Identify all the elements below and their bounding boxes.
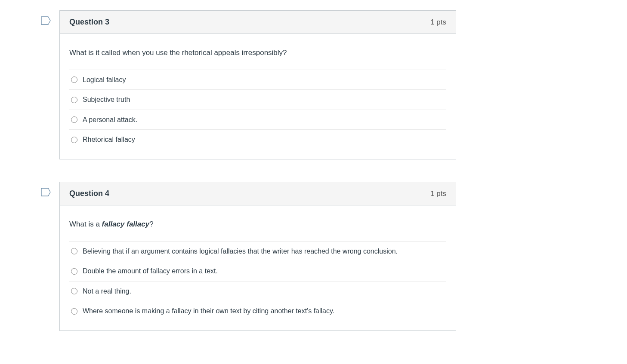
options-list: Logical fallacy Subjective truth A perso… [69, 70, 446, 150]
option-label: Not a real thing. [83, 287, 446, 296]
question-title: Question 3 [69, 18, 109, 27]
option-label: Rhetorical fallacy [83, 135, 446, 144]
question-card: Question 4 1 pts What is a fallacy falla… [59, 182, 456, 331]
option-row[interactable]: A personal attack. [69, 110, 446, 130]
flag-icon[interactable] [41, 16, 59, 25]
question-prompt: What is a fallacy fallacy? [69, 205, 446, 241]
option-label: A personal attack. [83, 115, 446, 125]
option-row[interactable]: Logical fallacy [69, 70, 446, 90]
quiz-wrapper: Question 3 1 pts What is it called when … [0, 0, 627, 331]
prompt-text-before: What is a [69, 220, 102, 228]
option-radio[interactable] [71, 97, 77, 103]
option-row[interactable]: Subjective truth [69, 89, 446, 110]
question-points: 1 pts [430, 190, 446, 198]
option-label: Where someone is making a fallacy in the… [83, 306, 446, 316]
option-radio[interactable] [71, 76, 77, 83]
option-radio[interactable] [71, 137, 77, 143]
option-radio[interactable] [71, 116, 77, 123]
option-row[interactable]: Believing that if an argument contains l… [69, 241, 446, 261]
question-block: Question 3 1 pts What is it called when … [41, 10, 627, 159]
option-radio[interactable] [71, 288, 77, 294]
prompt-text-after: ? [149, 220, 153, 228]
options-list: Believing that if an argument contains l… [69, 241, 446, 321]
option-label: Subjective truth [83, 95, 446, 104]
option-radio[interactable] [71, 248, 77, 254]
option-row[interactable]: Rhetorical fallacy [69, 129, 446, 150]
question-body: What is a fallacy fallacy? Believing tha… [60, 205, 456, 330]
question-title: Question 4 [69, 189, 109, 198]
flag-column [41, 10, 59, 25]
option-row[interactable]: Where someone is making a fallacy in the… [69, 301, 446, 321]
question-prompt: What is it called when you use the rheto… [69, 34, 446, 70]
question-card: Question 3 1 pts What is it called when … [59, 10, 456, 159]
option-label: Double the amount of fallacy errors in a… [83, 266, 446, 276]
flag-column [41, 182, 59, 196]
prompt-text: What is it called when you use the rheto… [69, 49, 287, 57]
option-label: Logical fallacy [83, 75, 446, 85]
flag-icon[interactable] [41, 188, 59, 196]
question-block: Question 4 1 pts What is a fallacy falla… [41, 182, 627, 331]
option-radio[interactable] [71, 268, 77, 275]
option-label: Believing that if an argument contains l… [83, 247, 446, 256]
question-body: What is it called when you use the rheto… [60, 34, 456, 159]
question-header: Question 4 1 pts [60, 182, 456, 205]
question-points: 1 pts [430, 18, 446, 27]
prompt-text-emph: fallacy fallacy [102, 220, 150, 228]
option-row[interactable]: Not a real thing. [69, 281, 446, 301]
question-header: Question 3 1 pts [60, 11, 456, 34]
option-row[interactable]: Double the amount of fallacy errors in a… [69, 261, 446, 281]
option-radio[interactable] [71, 308, 77, 315]
